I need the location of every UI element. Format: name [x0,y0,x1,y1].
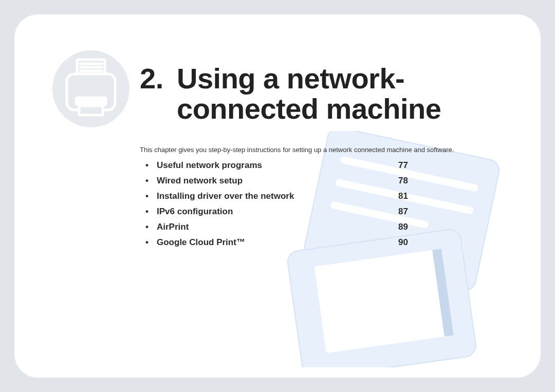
toc-label: Wired network setup [157,176,398,186]
toc-list: • Useful network programs 77 • Wired net… [145,160,419,253]
svg-rect-14 [79,106,103,115]
toc-page: 81 [398,191,419,201]
svg-rect-6 [432,249,453,337]
bullet-icon: • [145,237,157,248]
chapter-intro: This chapter gives you step-by-step inst… [140,146,454,154]
toc-item[interactable]: • Google Cloud Print™ 90 [145,237,419,253]
toc-page: 87 [398,207,419,217]
bullet-icon: • [145,222,157,232]
chapter-title-line1: Using a network- [177,62,404,95]
toc-item[interactable]: • Useful network programs 77 [145,160,419,176]
chapter-number: 2. [140,64,177,94]
bullet-icon: • [145,160,157,171]
toc-page: 78 [398,176,419,186]
toc-label: AirPrint [157,222,398,232]
toc-label: Google Cloud Print™ [157,237,398,248]
printer-icon [52,50,130,127]
toc-page: 77 [398,160,419,171]
svg-rect-13 [76,98,106,105]
toc-item[interactable]: • IPv6 configuration 87 [145,207,419,222]
chapter-title-line2: connected machine [140,94,441,124]
toc-item[interactable]: • AirPrint 89 [145,222,419,237]
toc-label: IPv6 configuration [157,207,398,217]
bullet-icon: • [145,191,157,201]
toc-label: Useful network programs [157,160,398,171]
page-card: 2.Using a network- connected machine Thi… [14,14,541,378]
bullet-icon: • [145,207,157,217]
bullet-icon: • [145,176,157,186]
toc-item[interactable]: • Wired network setup 78 [145,176,419,191]
toc-label: Installing driver over the network [157,191,398,201]
toc-page: 90 [398,237,419,248]
toc-item[interactable]: • Installing driver over the network 81 [145,191,419,207]
chapter-title: 2.Using a network- connected machine [140,64,441,124]
svg-rect-5 [314,250,448,353]
toc-page: 89 [398,222,419,232]
